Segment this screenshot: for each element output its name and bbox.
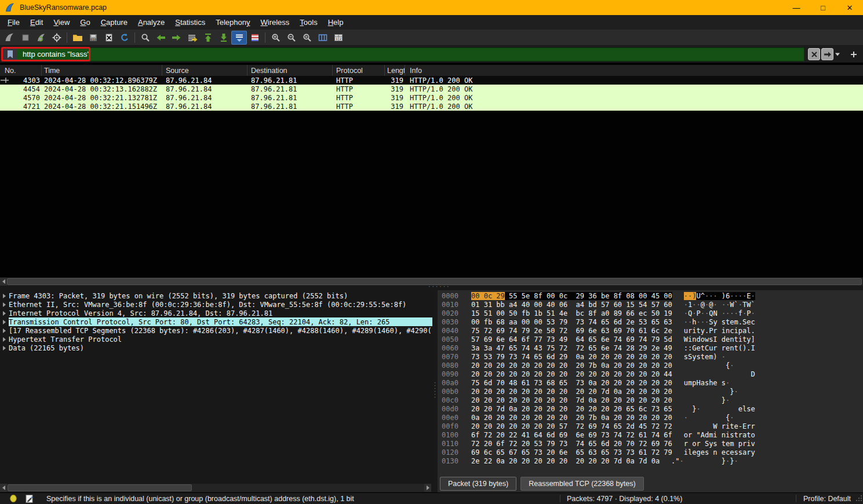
detail-row[interactable]: Hypertext Transfer Protocol [0, 335, 432, 344]
hex-bytes[interactable]: 20 20 20 20 20 20 20 20 20 7b 0a 20 20 2… [471, 361, 672, 370]
ascii-bytes[interactable]: }· [684, 388, 755, 396]
hex-row[interactable]: 012069 6c 65 67 65 73 20 6e 65 63 65 73 … [442, 448, 863, 456]
close-file-button[interactable] [101, 31, 116, 45]
ascii-bytes[interactable]: }· else [684, 405, 755, 413]
hex-bytes[interactable]: 2e 22 0a 20 20 20 20 20 20 20 20 7d 0a 7… [471, 457, 660, 465]
expander-triangle-icon[interactable] [0, 294, 9, 298]
apply-filter-button[interactable] [821, 48, 833, 60]
hex-bytes[interactable]: 20 20 20 20 20 20 20 20 20 20 7d 0a 20 2… [471, 388, 672, 396]
expander-triangle-icon[interactable] [0, 302, 9, 307]
menu-edit[interactable]: Edit [25, 16, 48, 28]
ascii-bytes[interactable]: ileges n ecessary [684, 448, 755, 456]
ascii-bytes[interactable]: ·Q·P··QN ····f·P· [684, 309, 755, 317]
hex-row[interactable]: 007073 53 79 73 74 65 6d 29 0a 20 20 20 … [442, 352, 863, 361]
hex-row[interactable]: 008020 20 20 20 20 20 20 20 20 7b 0a 20 … [442, 361, 863, 370]
hex-bytes[interactable]: 73 53 79 73 74 65 6d 29 0a 20 20 20 20 2… [471, 353, 672, 361]
open-file-button[interactable] [70, 31, 85, 45]
menu-view[interactable]: View [48, 16, 75, 28]
capture-comment-button[interactable] [26, 495, 34, 503]
scroll-left-button[interactable] [0, 484, 7, 492]
hex-bytes[interactable]: 00 fb 68 aa 00 00 53 79 73 74 65 6d 2e 5… [471, 318, 672, 326]
column-header-lengt[interactable]: Lengt [385, 65, 405, 76]
hex-bytes[interactable]: 6f 72 20 22 41 64 6d 69 6e 69 73 74 72 6… [471, 431, 672, 439]
ascii-bytes[interactable]: D [684, 370, 755, 378]
go-last-button[interactable] [216, 31, 231, 45]
hex-bytes[interactable]: 20 20 20 20 20 20 20 57 72 69 74 65 2d 4… [471, 422, 672, 430]
hex-row[interactable]: 009020 20 20 20 20 20 20 20 20 20 20 20 … [442, 370, 863, 378]
expander-triangle-icon[interactable] [0, 317, 9, 326]
start-capture-button[interactable] [2, 31, 17, 45]
hex-bytes[interactable]: 00 0c 29 55 5e 8f 00 0c 29 36 be 8f 08 0… [471, 292, 672, 300]
ascii-bytes[interactable]: {· [684, 361, 755, 370]
hex-bytes[interactable]: 20 20 20 20 20 20 20 20 20 20 20 20 20 2… [471, 370, 672, 378]
hex-row[interactable]: 00e00a 20 20 20 20 20 20 20 20 7b 0a 20 … [442, 413, 863, 422]
column-header-source[interactable]: Source [162, 65, 247, 76]
ascii-bytes[interactable]: umpHashe s· [684, 379, 755, 387]
capture-options-button[interactable] [49, 31, 64, 45]
close-button[interactable]: ✕ [836, 0, 863, 15]
packet-row[interactable]: 44542024-04-28 00:32:13.162882Z87.96.21.… [0, 85, 863, 93]
menu-help[interactable]: Help [323, 16, 349, 28]
add-filter-button[interactable] [846, 48, 861, 61]
expander-triangle-icon[interactable] [0, 346, 9, 350]
save-file-button[interactable]: 010 [85, 31, 101, 45]
ascii-bytes[interactable]: WindowsI dentity] [684, 335, 755, 344]
go-forward-button[interactable] [169, 31, 184, 45]
column-header-destination[interactable]: Destination [247, 65, 333, 76]
hex-bytes[interactable]: 57 69 6e 64 6f 77 73 49 64 65 6e 74 69 7… [471, 335, 672, 344]
zoom-normal-button[interactable] [299, 31, 315, 45]
details-bytes-splitter[interactable]: ······ [432, 290, 438, 492]
ascii-bytes[interactable]: ::GetCur rent().I [684, 344, 755, 352]
hex-bytes[interactable]: 20 20 7d 0a 20 20 20 20 20 20 20 20 65 6… [471, 405, 672, 413]
hex-bytes[interactable]: 20 20 20 20 20 20 20 20 7d 0a 20 20 20 2… [471, 396, 672, 404]
ascii-bytes[interactable]: urity.Pr incipal. [684, 327, 755, 335]
detail-row[interactable]: Data (22165 bytes) [0, 344, 432, 352]
column-header-time[interactable]: Time [42, 65, 162, 76]
profile-text[interactable]: Profile: Default [803, 495, 851, 503]
menu-wireless[interactable]: Wireless [256, 16, 295, 28]
menu-go[interactable]: Go [75, 16, 95, 28]
hex-row[interactable]: 003000 fb 68 aa 00 00 53 79 73 74 65 6d … [442, 317, 863, 326]
hex-row[interactable]: 00a075 6d 70 48 61 73 68 65 73 0a 20 20 … [442, 378, 863, 387]
hex-bytes[interactable]: 15 51 00 50 fb 1b 51 4e bc 8f a0 89 66 e… [471, 309, 672, 317]
hex-row[interactable]: 01302e 22 0a 20 20 20 20 20 20 20 20 7d … [442, 456, 863, 465]
hex-row[interactable]: 00603a 3a 47 65 74 43 75 72 72 65 6e 74 … [442, 344, 863, 352]
hex-bytes[interactable]: 0a 20 20 20 20 20 20 20 20 7b 0a 20 20 2… [471, 414, 672, 422]
ascii-bytes[interactable]: ··)U^··· )6····E· [684, 292, 755, 300]
detail-row[interactable]: Transmission Control Protocol, Src Port:… [0, 317, 432, 326]
fit-columns-button[interactable]: 12 [330, 31, 346, 45]
hex-row[interactable]: 011072 20 6f 72 20 53 79 73 74 65 6d 20 … [442, 439, 863, 448]
column-header-info[interactable]: Info [405, 65, 863, 76]
auto-scroll-button[interactable] [231, 31, 247, 45]
filter-dropdown-button[interactable] [833, 48, 842, 60]
bytes-tab-packet[interactable]: Packet (319 bytes) [440, 477, 516, 491]
ascii-bytes[interactable]: W rite-Err [684, 422, 755, 430]
menu-telephony[interactable]: Telephony [210, 16, 255, 28]
go-back-button[interactable] [153, 31, 169, 45]
minimize-button[interactable]: — [783, 0, 810, 15]
zoom-in-button[interactable] [268, 31, 283, 45]
hex-row[interactable]: 004075 72 69 74 79 2e 50 72 69 6e 63 69 … [442, 326, 863, 335]
hex-bytes[interactable]: 69 6c 65 67 65 73 20 6e 65 63 65 73 73 6… [471, 448, 672, 456]
menu-tools[interactable]: Tools [294, 16, 322, 28]
resize-columns-button[interactable] [315, 31, 330, 45]
menu-file[interactable]: File [2, 16, 25, 28]
scroll-left-button[interactable] [0, 277, 7, 286]
scroll-right-button[interactable] [424, 484, 431, 492]
go-first-button[interactable] [200, 31, 216, 45]
find-packet-button[interactable] [137, 31, 153, 45]
bytes-tab-reassembled[interactable]: Reassembled TCP (22368 bytes) [520, 477, 643, 491]
hex-row[interactable]: 002015 51 00 50 fb 1b 51 4e bc 8f a0 89 … [442, 309, 863, 317]
stop-capture-button[interactable] [17, 31, 33, 45]
hex-row[interactable]: 000000 0c 29 55 5e 8f 00 0c 29 36 be 8f … [442, 291, 863, 300]
detail-row[interactable]: Internet Protocol Version 4, Src: 87.96.… [0, 309, 432, 317]
filter-bookmark-button[interactable] [3, 48, 17, 61]
ascii-bytes[interactable]: or "Admi nistrato [684, 431, 755, 439]
go-to-packet-button[interactable] [184, 31, 200, 45]
hex-row[interactable]: 001001 31 bb a4 40 00 40 06 a4 bd 57 60 … [442, 300, 863, 309]
ascii-bytes[interactable]: sSystem) · [684, 353, 755, 361]
column-header-no[interactable]: No. [0, 65, 42, 76]
hex-row[interactable]: 00c020 20 20 20 20 20 20 20 7d 0a 20 20 … [442, 396, 863, 404]
zoom-out-button[interactable] [283, 31, 299, 45]
maximize-button[interactable]: □ [810, 0, 836, 15]
